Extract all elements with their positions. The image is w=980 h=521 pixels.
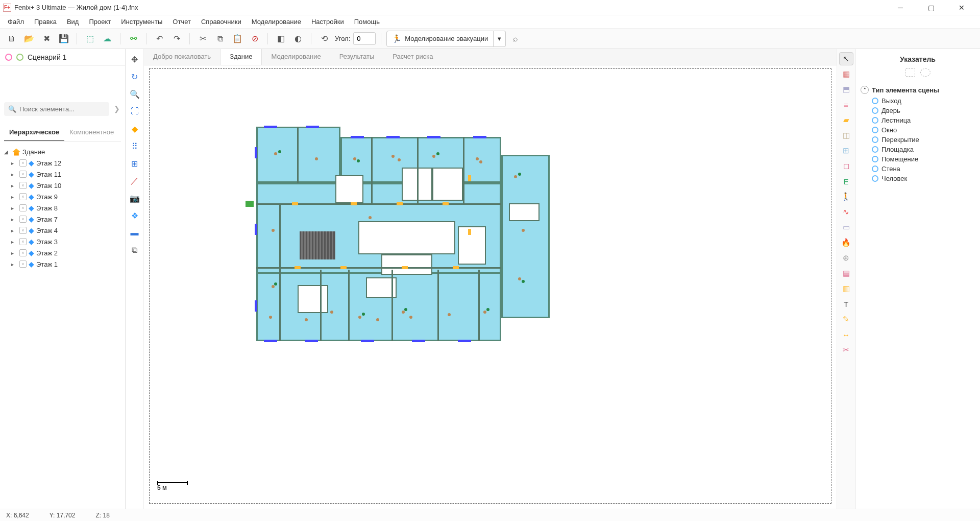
rotate-icon[interactable]: ⟲	[316, 31, 332, 46]
menu-project[interactable]: Проект	[84, 17, 115, 27]
tab-risk[interactable]: Расчет риска	[383, 49, 442, 65]
tree-floor-item[interactable]: ▸×◆Этаж 1	[2, 258, 123, 270]
menu-reference[interactable]: Справочники	[197, 17, 246, 27]
element-type-item[interactable]: Помещение	[861, 154, 975, 164]
visibility-icon[interactable]: ×	[19, 193, 27, 200]
visibility-icon[interactable]: ×	[19, 227, 27, 234]
canvas-viewport[interactable]: 5 м	[144, 65, 837, 509]
minimize-button[interactable]: ─	[890, 4, 911, 12]
expand-icon[interactable]: ▸	[11, 239, 17, 245]
expand-icon[interactable]: ▸	[11, 160, 17, 166]
tree-floor-item[interactable]: ▸×◆Этаж 7	[2, 214, 123, 225]
close-file-icon[interactable]: ✖	[39, 31, 54, 46]
expand-icon[interactable]: ▸	[11, 183, 17, 188]
visibility-icon[interactable]: ×	[19, 171, 27, 178]
element-type-item[interactable]: Человек	[861, 174, 975, 183]
menu-report[interactable]: Отчет	[168, 17, 195, 27]
cut-plan-icon[interactable]: ✂	[839, 343, 853, 357]
tree-floor-item[interactable]: ▸×◆Этаж 10	[2, 180, 123, 191]
expand-icon[interactable]: ▸	[11, 205, 17, 211]
element-type-item[interactable]: Площадка	[861, 145, 975, 154]
slab-tool-icon[interactable]: ⬒	[839, 83, 853, 96]
dots-tool-icon[interactable]: ⠿	[128, 139, 142, 153]
expand-icon[interactable]: ▸	[11, 228, 17, 233]
stair-tool-icon[interactable]: ≡	[839, 98, 853, 111]
ramp-tool-icon[interactable]: ▰	[839, 113, 853, 127]
type-radio-icon[interactable]	[872, 117, 878, 124]
undo-icon[interactable]: ↶	[152, 31, 167, 46]
element-type-item[interactable]: Лестница	[861, 115, 975, 125]
close-button[interactable]: ✕	[951, 4, 972, 12]
box-tool-icon[interactable]: ◆	[128, 122, 142, 136]
menu-edit[interactable]: Правка	[30, 17, 61, 27]
open-file-icon[interactable]: 📂	[21, 31, 37, 46]
select-rect-icon[interactable]	[905, 68, 915, 77]
type-radio-icon[interactable]	[872, 107, 878, 114]
measure2-icon[interactable]: ▥	[839, 282, 853, 295]
menu-help[interactable]: Помощь	[350, 17, 384, 27]
tree-floor-item[interactable]: ▸×◆Этаж 4	[2, 225, 123, 236]
save-icon[interactable]: 💾	[56, 31, 71, 46]
tree-floor-item[interactable]: ▸×◆Этаж 9	[2, 191, 123, 202]
tree-floor-item[interactable]: ▸×◆Этаж 11	[2, 169, 123, 180]
type-radio-icon[interactable]	[872, 146, 878, 153]
visibility-icon[interactable]: ×	[19, 216, 27, 223]
route-tool-icon[interactable]: ∿	[839, 205, 853, 219]
person-tool-icon[interactable]: 🚶	[839, 190, 853, 203]
expand-icon[interactable]: ◢	[4, 149, 10, 155]
search-input-wrapper[interactable]: 🔍	[4, 102, 109, 116]
simulation-dropdown[interactable]: ▾	[494, 31, 506, 47]
menu-settings[interactable]: Настройки	[307, 17, 349, 27]
fit-tool-icon[interactable]: ⛶	[128, 104, 142, 119]
angle-input[interactable]	[353, 32, 376, 45]
expand-icon[interactable]: ▸	[11, 172, 17, 177]
exit-tool-icon[interactable]: E	[839, 175, 853, 188]
visibility-icon[interactable]: ×	[19, 204, 27, 211]
run-simulation-button[interactable]: 🏃 Моделирование эвакуации	[386, 31, 494, 47]
search-input[interactable]	[19, 105, 105, 113]
type-radio-icon[interactable]	[872, 165, 878, 172]
tree-root-building[interactable]: ◢ Здание	[2, 147, 123, 157]
redo-icon[interactable]: ↷	[169, 31, 184, 46]
type-radio-icon[interactable]	[872, 175, 878, 182]
window-tool-icon[interactable]: ⊞	[839, 144, 853, 157]
visibility-icon[interactable]: ×	[19, 249, 27, 256]
fire-tool-icon[interactable]: 🔥	[839, 236, 853, 249]
type-radio-icon[interactable]	[872, 127, 878, 133]
expand-icon[interactable]: ▸	[11, 194, 17, 200]
type-radio-icon[interactable]	[872, 156, 878, 162]
tab-welcome[interactable]: Добро пожаловать	[144, 49, 220, 65]
paste-icon[interactable]: 📋	[230, 31, 245, 46]
orbit-tool-icon[interactable]: ↻	[128, 69, 142, 84]
table-tool-icon[interactable]: ▬	[128, 226, 142, 240]
element-type-item[interactable]: Выход	[861, 96, 975, 106]
element-type-group[interactable]: ˄ Тип элемента сцены	[861, 84, 975, 96]
type-radio-icon[interactable]	[872, 136, 878, 143]
expand-icon[interactable]: ▸	[11, 262, 17, 267]
element-type-item[interactable]: Дверь	[861, 106, 975, 115]
cut-icon[interactable]: ✂	[195, 31, 210, 46]
measure1-icon[interactable]: ▤	[839, 267, 853, 280]
inspect-icon[interactable]: ⌕	[508, 31, 523, 46]
axis-tool-icon[interactable]: ／	[128, 174, 142, 188]
ruler-tool-icon[interactable]: ↔	[839, 328, 853, 341]
opening-tool-icon[interactable]: ◻	[839, 159, 853, 173]
delete-icon[interactable]: ⊘	[247, 31, 262, 46]
tab-hierarchical[interactable]: Иерархическое	[4, 124, 64, 141]
copy-icon[interactable]: ⧉	[212, 31, 228, 46]
menu-tools[interactable]: Инструменты	[116, 17, 167, 27]
new-file-icon[interactable]: 🗎	[4, 31, 19, 46]
expand-icon[interactable]: ▸	[11, 250, 17, 256]
tree-floor-item[interactable]: ▸×◆Этаж 3	[2, 236, 123, 247]
menu-simulation[interactable]: Моделирование	[247, 17, 306, 27]
tree-floor-item[interactable]: ▸×◆Этаж 12	[2, 157, 123, 169]
tree-floor-item[interactable]: ▸×◆Этаж 8	[2, 202, 123, 214]
scenario-row[interactable]: Сценарий 1	[0, 49, 125, 66]
visibility-icon[interactable]: ×	[19, 238, 27, 245]
tab-simulation[interactable]: Моделирование	[262, 49, 330, 65]
menu-view[interactable]: Вид	[62, 17, 84, 27]
sensor-tool-icon[interactable]: ⊕	[839, 251, 853, 265]
collapse-icon[interactable]: ˄	[861, 86, 869, 94]
visibility-icon[interactable]: ×	[19, 159, 27, 167]
add-layer-icon[interactable]: ⬚	[82, 31, 97, 46]
